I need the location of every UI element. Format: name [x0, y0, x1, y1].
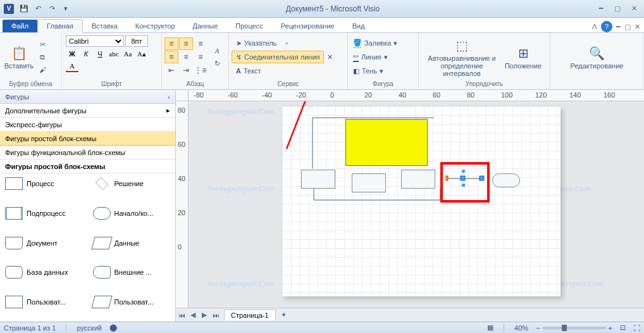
doc-restore-icon[interactable]: ▢ [624, 23, 631, 31]
status-language[interactable]: русский [77, 324, 101, 332]
grow-font-button[interactable]: A▴ [135, 48, 148, 60]
terminator-shape[interactable] [492, 173, 520, 187]
tab-designer[interactable]: Конструктор [127, 20, 184, 32]
tab-review[interactable]: Рецензирование [272, 20, 344, 32]
new-page-button[interactable]: ✦ [278, 310, 290, 321]
status-record-icon[interactable]: ⬤ [109, 324, 117, 332]
horizontal-ruler: -80-60-40-20020406080100120140160 [189, 90, 644, 101]
align-left[interactable]: ≡ [164, 51, 178, 63]
close-button[interactable]: ✕ [626, 3, 641, 15]
tab-home[interactable]: Главная [37, 19, 83, 33]
bullets-button[interactable]: ⋮≡ [194, 64, 207, 77]
font-size-input[interactable] [125, 35, 148, 47]
decrease-indent[interactable]: ⇤ [164, 64, 178, 77]
zoom-in-button[interactable]: + [609, 324, 612, 332]
stencil-express[interactable]: Экспресс-фигуры [0, 118, 175, 132]
qat-more-button[interactable]: ▾ [59, 3, 72, 15]
zoom-out-button[interactable]: − [536, 324, 540, 332]
small-rect-1[interactable] [301, 170, 335, 189]
stencil-basic-flowchart[interactable]: Фигуры простой блок-схемы [0, 132, 175, 146]
paste-button[interactable]: 📋 Вставить [3, 36, 35, 78]
align-top-right[interactable]: ≡ [194, 37, 207, 50]
doc-minimize-icon[interactable]: ━ [616, 23, 621, 31]
connector-tool[interactable]: ↯Соединительная линия [232, 51, 324, 63]
shape-process[interactable]: Процесс [0, 173, 88, 194]
group-paragraph-label: Абзац [164, 80, 226, 88]
shape-terminator[interactable]: Начало/ко... [88, 203, 176, 223]
position-button[interactable]: ⊞ Положение [502, 36, 544, 78]
text-tool[interactable]: AТекст [232, 65, 266, 77]
stencil-functional-flowchart[interactable]: Фигуры функциональной блок-схемы [0, 146, 175, 160]
tab-insert[interactable]: Вставка [83, 20, 127, 32]
page-next-button[interactable]: ▶ [199, 310, 210, 321]
page-tab-1[interactable]: Страница-1 [224, 310, 276, 320]
connector-x[interactable]: ✕ [324, 51, 335, 63]
panel-collapse-icon[interactable]: ‹ [168, 93, 170, 101]
shadow-button[interactable]: ◧Тень▾ [350, 65, 400, 77]
align-center[interactable]: ≡ [179, 51, 193, 63]
redo-button[interactable]: ↷ [46, 3, 58, 15]
zoom-slider[interactable]: − + [536, 324, 612, 332]
stencil-more[interactable]: Дополнительные фигуры▸ [0, 104, 175, 118]
page-last-button[interactable]: ⏭ [210, 310, 221, 321]
fit-page-button[interactable]: ⊡ [620, 324, 626, 332]
help-icon[interactable]: ? [601, 21, 612, 32]
page-prev-button[interactable]: ◀ [187, 310, 199, 321]
align-top-center[interactable]: ≡ [179, 37, 193, 50]
file-tab[interactable]: Файл [3, 20, 37, 32]
edit-label: Редактирование [571, 62, 624, 70]
canvas-viewport[interactable]: Soringpcrepair.Com Soringpcrepair.Com So… [189, 101, 644, 308]
strike-button[interactable]: abc [108, 48, 120, 60]
pointer-tool[interactable]: ➤Указатель [232, 37, 281, 49]
align-right[interactable]: ≡ [194, 51, 207, 63]
italic-button[interactable]: К [80, 48, 92, 60]
undo-button[interactable]: ↶ [32, 3, 44, 15]
auto-align-label: Автовыравнивание и определение интервало… [421, 54, 502, 77]
save-button[interactable]: 💾 [18, 3, 30, 15]
auto-align-button[interactable]: ⬚ Автовыравнивание и определение интерва… [421, 36, 502, 78]
drawing-page[interactable] [282, 106, 560, 296]
format-painter-button[interactable]: 🖌 [37, 64, 48, 75]
cut-button[interactable]: ✂ [37, 39, 48, 50]
rotate-text-button[interactable]: ↻ [211, 58, 223, 69]
increase-indent[interactable]: ⇥ [179, 64, 193, 77]
align-top-left[interactable]: ≡ [164, 37, 178, 50]
view-presentation-icon[interactable]: ▦ [487, 324, 493, 332]
svg-line-0 [287, 101, 315, 149]
font-color-button[interactable]: A [66, 61, 78, 72]
fullscreen-button[interactable]: ⛶ [633, 324, 640, 332]
fill-button[interactable]: 🪣Заливка▾ [350, 37, 400, 49]
shapes-header[interactable]: Фигуры‹ [0, 90, 175, 104]
shape-custom2[interactable]: Пользоват... [88, 292, 176, 312]
pointer-more[interactable]: ▫ [281, 37, 292, 49]
line-button[interactable]: ✏Линия▾ [350, 51, 400, 63]
copy-button[interactable]: ⧉ [37, 51, 48, 63]
group-font-label: Шрифт [65, 80, 159, 88]
shape-custom1[interactable]: Пользоват... [0, 292, 88, 312]
text-direction-button[interactable]: A [211, 45, 223, 56]
bucket-icon: 🪣 [353, 39, 362, 48]
case-button[interactable]: Aa [121, 48, 134, 60]
shape-external[interactable]: Внешние ... [88, 262, 176, 282]
active-connector[interactable] [445, 170, 490, 189]
group-service-label: Сервис [232, 80, 345, 88]
tab-process[interactable]: Процесс [226, 20, 271, 32]
underline-button[interactable]: Ч [94, 48, 106, 60]
ribbon-minimize-icon[interactable]: ᐱ [592, 23, 597, 31]
font-name-select[interactable]: Calibri [66, 35, 124, 47]
bold-button[interactable]: Ж [66, 48, 78, 60]
doc-close-icon[interactable]: ✕ [635, 23, 640, 31]
zoom-value[interactable]: 40% [514, 324, 528, 332]
shape-subprocess[interactable]: Подпроцесс [0, 203, 88, 223]
shape-decision[interactable]: Решение [88, 173, 176, 194]
tab-view[interactable]: Вид [344, 20, 374, 32]
shape-document[interactable]: Документ [0, 233, 88, 253]
minimize-button[interactable]: ━ [593, 3, 609, 15]
small-rect-3[interactable] [401, 170, 435, 189]
shape-data[interactable]: Данные [88, 233, 176, 253]
maximize-button[interactable]: ▢ [610, 3, 625, 15]
page-first-button[interactable]: ⏮ [176, 310, 187, 321]
tab-data[interactable]: Данные [184, 20, 227, 32]
edit-button[interactable]: 🔍 Редактирование [567, 36, 628, 78]
shape-database[interactable]: База данных [0, 262, 88, 282]
